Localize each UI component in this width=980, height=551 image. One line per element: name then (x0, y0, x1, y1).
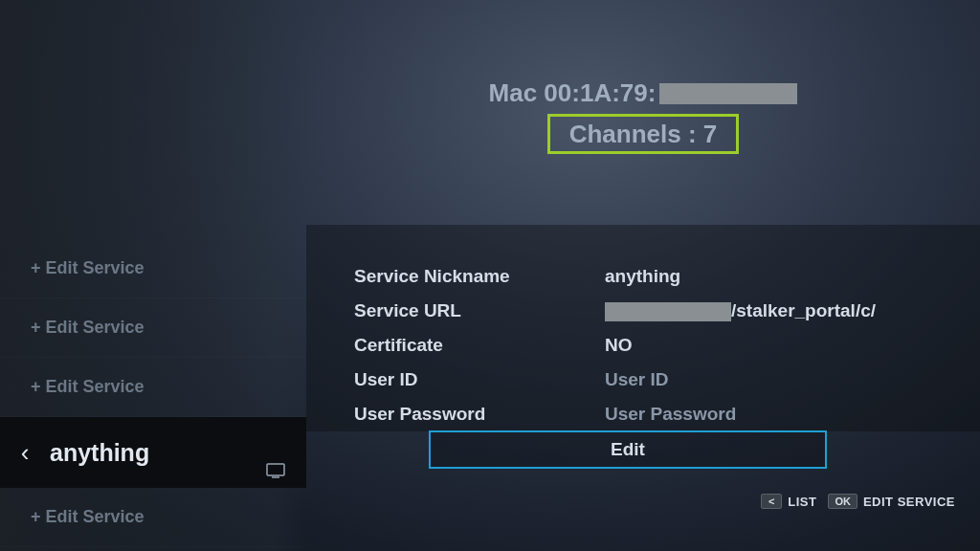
sidebar-item-label: + Edit Service (31, 318, 145, 338)
value-user-id: User ID (605, 369, 669, 390)
label-user-password: User Password (354, 404, 605, 425)
sidebar-item-edit-service[interactable]: + Edit Service (0, 488, 306, 547)
row-service-nickname: Service Nickname anything (354, 259, 980, 294)
label-user-id: User ID (354, 369, 605, 390)
sidebar-item-edit-service[interactable]: + Edit Service (0, 239, 306, 298)
value-service-nickname: anything (605, 266, 680, 287)
mac-address-line: Mac 00:1A:79: (306, 78, 980, 108)
value-certificate: NO (605, 335, 633, 356)
channels-highlight: Channels : 7 (547, 114, 739, 154)
edit-button[interactable]: Edit (429, 430, 827, 469)
back-key-icon: < (761, 494, 782, 509)
mac-redacted (659, 83, 797, 104)
sidebar-item-label: + Edit Service (31, 258, 145, 278)
footer-hints: < LIST OK EDIT SERVICE (761, 494, 955, 509)
sidebar-item-label: + Edit Service (31, 507, 145, 527)
service-sidebar: + Edit Service + Edit Service + Edit Ser… (0, 0, 306, 551)
label-service-nickname: Service Nickname (354, 266, 605, 287)
back-icon[interactable]: ‹ (0, 438, 50, 468)
row-certificate: Certificate NO (354, 328, 980, 363)
value-user-password: User Password (605, 404, 736, 425)
sidebar-item-edit-service[interactable]: + Edit Service (0, 358, 306, 417)
hint-list: < LIST (761, 494, 816, 509)
row-user-id: User ID User ID (354, 363, 980, 397)
hint-edit-service-label: EDIT SERVICE (863, 495, 955, 509)
mac-prefix: Mac 00:1A:79: (489, 78, 657, 108)
label-certificate: Certificate (354, 335, 605, 356)
sidebar-item-label: + Edit Service (31, 377, 145, 397)
sidebar-item-selected[interactable]: ‹ anything (0, 417, 306, 488)
service-detail-panel: Service Nickname anything Service URL /s… (306, 225, 980, 431)
ok-key-icon: OK (828, 494, 858, 509)
svg-rect-0 (267, 464, 284, 475)
edit-button-label: Edit (611, 439, 645, 460)
channels-label: Channels : 7 (569, 120, 718, 149)
sidebar-item-edit-service[interactable]: + Edit Service (0, 298, 306, 358)
hint-list-label: LIST (788, 495, 816, 509)
label-service-url: Service URL (354, 300, 605, 321)
sidebar-selected-label: anything (50, 439, 149, 467)
tv-icon (266, 463, 285, 482)
device-info: Mac 00:1A:79: Channels : 7 (306, 0, 980, 225)
row-user-password: User Password User Password (354, 397, 980, 431)
url-redacted (605, 302, 731, 321)
value-service-url: /stalker_portal/c/ (605, 300, 876, 321)
row-service-url: Service URL /stalker_portal/c/ (354, 294, 980, 328)
hint-edit-service: OK EDIT SERVICE (828, 494, 955, 509)
